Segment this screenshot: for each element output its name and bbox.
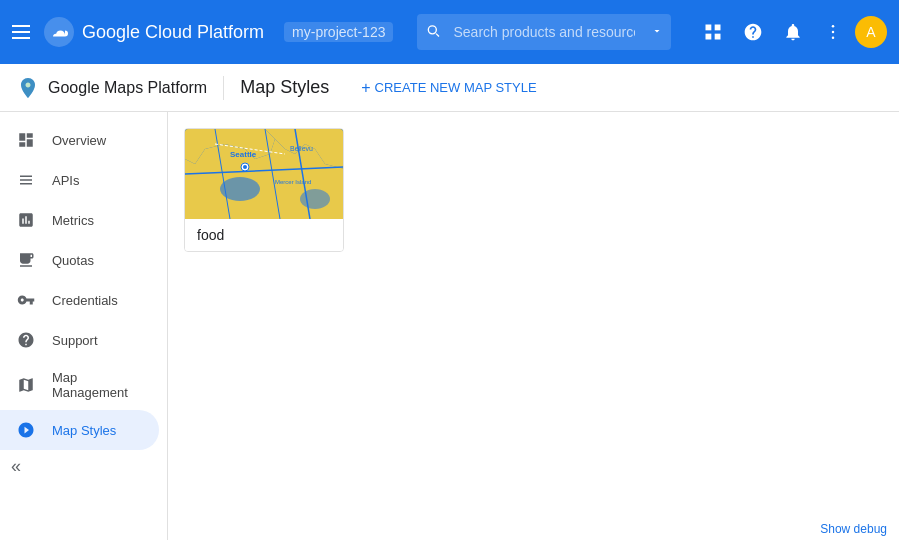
header-divider [223,76,224,100]
search-input[interactable] [417,14,671,50]
svg-text:Mercer Island: Mercer Island [275,179,311,185]
project-selector[interactable]: my-project-123 [284,22,393,42]
sidebar-item-metrics[interactable]: Metrics [0,200,159,240]
top-header: Google Cloud Platform my-project-123 A [0,0,899,64]
quotas-icon [16,250,36,270]
main-layout: Overview APIs Metrics Quotas Credentials [0,112,899,540]
sidebar-item-credentials[interactable]: Credentials [0,280,159,320]
header-logo-area: Google Cloud Platform [44,17,264,47]
sub-header: Google Maps Platform Map Styles + CREATE… [0,64,899,112]
sidebar-item-support[interactable]: Support [0,320,159,360]
svg-point-5 [832,25,835,28]
map-management-icon [16,375,36,395]
svg-point-7 [832,37,835,40]
maps-platform-logo: Google Maps Platform [16,76,207,100]
page-title: Map Styles [240,77,329,98]
svg-point-22 [243,165,247,169]
sidebar-item-quotas[interactable]: Quotas [0,240,159,280]
support-icon [16,330,36,350]
map-style-card-food[interactable]: Seattle Bellevu Mercer Island food [184,128,344,252]
sidebar-item-overview-label: Overview [52,133,106,148]
svg-rect-1 [706,25,712,31]
debug-bar[interactable]: Show debug [808,518,899,540]
search-bar [417,14,671,50]
svg-rect-3 [706,34,712,40]
app-name: Google Cloud Platform [82,22,264,43]
cloud-logo-icon [44,17,74,47]
notifications-button[interactable] [775,14,811,50]
map-thumbnail: Seattle Bellevu Mercer Island [185,129,344,219]
sidebar-item-overview[interactable]: Overview [0,120,159,160]
map-style-label: food [185,219,343,251]
svg-text:Seattle: Seattle [230,150,257,159]
avatar[interactable]: A [855,16,887,48]
search-icon [425,23,441,42]
sidebar-item-map-styles-label: Map Styles [52,423,116,438]
create-btn-label: CREATE NEW MAP STYLE [375,80,537,95]
svg-rect-4 [715,34,721,40]
menu-button[interactable] [12,20,36,44]
svg-point-6 [832,31,835,34]
sidebar-item-map-management[interactable]: Map Management [0,360,159,410]
sidebar-item-map-management-label: Map Management [52,370,143,400]
plus-icon: + [361,79,370,97]
sidebar-item-credentials-label: Credentials [52,293,118,308]
sidebar: Overview APIs Metrics Quotas Credentials [0,112,168,540]
sidebar-item-metrics-label: Metrics [52,213,94,228]
sidebar-item-quotas-label: Quotas [52,253,94,268]
credentials-icon [16,290,36,310]
sidebar-item-apis[interactable]: APIs [0,160,159,200]
sidebar-item-apis-label: APIs [52,173,79,188]
maps-logo-icon [16,76,40,100]
search-dropdown-icon[interactable] [651,24,663,40]
svg-rect-2 [715,25,721,31]
metrics-icon [16,210,36,230]
map-styles-icon [16,420,36,440]
sidebar-item-map-styles[interactable]: Map Styles [0,410,159,450]
apps-button[interactable] [695,14,731,50]
content-area: Seattle Bellevu Mercer Island food [168,112,899,540]
sidebar-item-support-label: Support [52,333,98,348]
svg-text:Bellevu: Bellevu [290,145,313,152]
more-button[interactable] [815,14,851,50]
overview-icon [16,130,36,150]
sub-header-title: Google Maps Platform [48,79,207,97]
svg-point-16 [220,177,260,201]
sidebar-collapse-button[interactable]: « [0,450,32,482]
help-button[interactable] [735,14,771,50]
create-new-map-style-button[interactable]: + CREATE NEW MAP STYLE [353,75,544,101]
header-actions: A [695,14,887,50]
apis-icon [16,170,36,190]
svg-point-17 [300,189,330,209]
